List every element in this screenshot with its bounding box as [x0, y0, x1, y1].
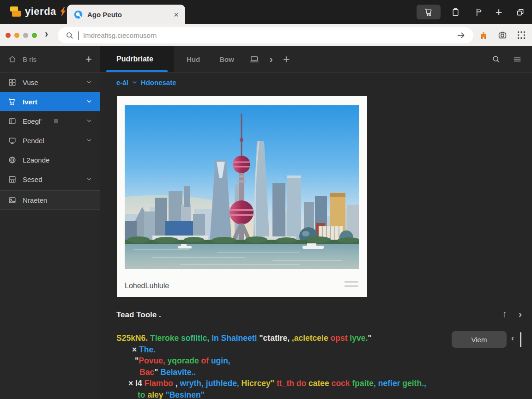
chevron-down-icon[interactable] [86, 138, 92, 143]
sidebar-item-pendel[interactable]: Pendel [0, 131, 100, 150]
code-line: Bac" Belavite.. [116, 367, 532, 378]
skyline-photo [125, 105, 359, 269]
sidebar-item-label: Sesed [23, 175, 42, 183]
tab-bow[interactable]: Bow [213, 46, 241, 72]
chevron-right-icon[interactable]: › [519, 308, 522, 320]
code-segment: tt_th do [274, 379, 306, 388]
red-dot[interactable] [6, 33, 11, 38]
text-cursor [78, 31, 79, 40]
sidebar-item-l2aonde[interactable]: L2aonde [0, 150, 100, 169]
chevron-down-icon[interactable] [86, 99, 92, 104]
restore-window-button[interactable] [513, 5, 527, 19]
apps-grid-icon[interactable] [516, 30, 526, 40]
sidebar-item-sesed[interactable]: Sesed [0, 169, 100, 189]
chevron-left-icon[interactable]: ‹ [511, 333, 514, 343]
chevron-down-icon[interactable] [86, 176, 92, 182]
breadcrumb-page[interactable]: Hdonesate [141, 79, 176, 86]
green-dot[interactable] [32, 33, 37, 38]
code-segment: catee [306, 379, 329, 388]
code-segment: cock [329, 379, 350, 388]
up-arrow-icon[interactable]: ↑ [502, 308, 508, 320]
sidebar-item-label: Vuse [23, 79, 38, 86]
code-segment: Flambo [145, 379, 173, 388]
code-segment: " [154, 368, 160, 377]
sidebar-header-label: B rls [23, 55, 80, 63]
code-segment: " [368, 333, 371, 343]
sidebar-item-nraeten[interactable]: Nraeten [0, 190, 100, 210]
app-logo: yierda [9, 5, 66, 18]
menu-icon[interactable] [513, 54, 522, 64]
extension-puzzle-icon[interactable] [478, 30, 489, 40]
chevron-down-icon[interactable] [86, 79, 92, 85]
badge [54, 119, 58, 123]
screenshot-camera-icon[interactable] [497, 30, 508, 40]
code-segment: wryth, juthlede, [180, 379, 239, 388]
laptop-icon[interactable] [249, 54, 260, 65]
gray-dot[interactable] [23, 33, 28, 38]
go-arrow-icon[interactable] [456, 30, 466, 40]
tab-label: Pudrbriate [116, 55, 153, 63]
lines-icon[interactable] [345, 281, 358, 290]
code-segment: soflitic, [179, 333, 209, 343]
orange-dot[interactable] [14, 33, 19, 38]
grid-icon [8, 78, 17, 87]
sidebar-item-ivert[interactable]: Ivert [0, 92, 100, 111]
close-icon[interactable]: × [174, 10, 179, 19]
cart-icon [8, 97, 17, 106]
add-button[interactable]: + [86, 53, 92, 66]
panel-icon [8, 117, 17, 126]
sidebar: B rls + VuseIvertEoegl'PendelL2aondeSese… [0, 46, 100, 399]
monitor-icon [8, 136, 17, 145]
cart-button[interactable] [417, 5, 441, 19]
browser-tab[interactable]: Ago Peuto × [67, 5, 185, 24]
code-segment: in Shaineeti [209, 333, 257, 343]
cart-icon [424, 7, 434, 17]
tab-label: Hud [187, 55, 200, 63]
globe-icon [8, 156, 17, 164]
search-icon [65, 31, 74, 40]
code-segment: Povue, [139, 356, 165, 365]
code-segment: of [199, 356, 209, 365]
tab-pudrbriate[interactable]: Pudrbriate [100, 46, 174, 72]
sidebar-item-eoegl[interactable]: Eoegl' [0, 111, 100, 131]
code-segment: , [173, 379, 180, 388]
sidebar-item-vuse[interactable]: Vuse [0, 73, 100, 92]
titlebar-actions: + [417, 0, 527, 24]
tab-hud[interactable]: Hud [180, 46, 206, 72]
new-tab-button[interactable]: + [492, 6, 505, 19]
code-segment: × l4 [128, 379, 145, 388]
code-segment: nefier [376, 379, 400, 388]
photo-card[interactable]: LohedLuhlule [117, 96, 367, 297]
strip-right-icons [491, 46, 532, 72]
chevron-down-icon[interactable] [132, 80, 137, 85]
sidebar-item-label: Eoegl' [23, 117, 42, 125]
code-segment: opst [328, 333, 348, 343]
search-icon[interactable] [491, 54, 501, 64]
tabs: PudrbriateHudBow [100, 46, 241, 72]
code-segment: aley [145, 390, 163, 399]
code-segment: geith. [400, 379, 424, 388]
view-button[interactable]: Viem [452, 331, 507, 348]
restore-icon [515, 7, 525, 17]
url-text: Imdreafisg.ciecomusorn [83, 31, 452, 39]
clipboard-icon [451, 7, 460, 17]
code-segment: Tleroke [148, 333, 179, 343]
sidebar-item-label: L2aonde [23, 156, 49, 164]
forward-chevron-icon[interactable]: › [45, 28, 48, 40]
tab-strip: PudrbriateHudBow › + [100, 46, 532, 73]
clipboard-button[interactable] [448, 5, 463, 19]
sidebar-item-label: Nraeten [23, 196, 47, 204]
code-segment: yqorade [165, 356, 199, 365]
code-segment: S25kN6. [116, 333, 148, 343]
breadcrumb-collection[interactable]: e-ál [116, 79, 128, 86]
chevron-right-icon[interactable]: › [270, 54, 273, 65]
titlebar: yierda Ago Peuto × + [0, 0, 532, 24]
code-segment: ctatire, [263, 333, 290, 343]
signpost-button[interactable] [470, 5, 485, 19]
chevron-down-icon[interactable] [86, 118, 92, 124]
url-field[interactable]: Imdreafisg.ciecomusorn [58, 27, 473, 43]
lightning-bolt-icon [60, 6, 66, 17]
scrollbar-thumb[interactable] [520, 332, 521, 347]
code-line: "Povue, yqorade of ugin, [116, 355, 532, 367]
new-view-button[interactable]: + [283, 53, 290, 66]
